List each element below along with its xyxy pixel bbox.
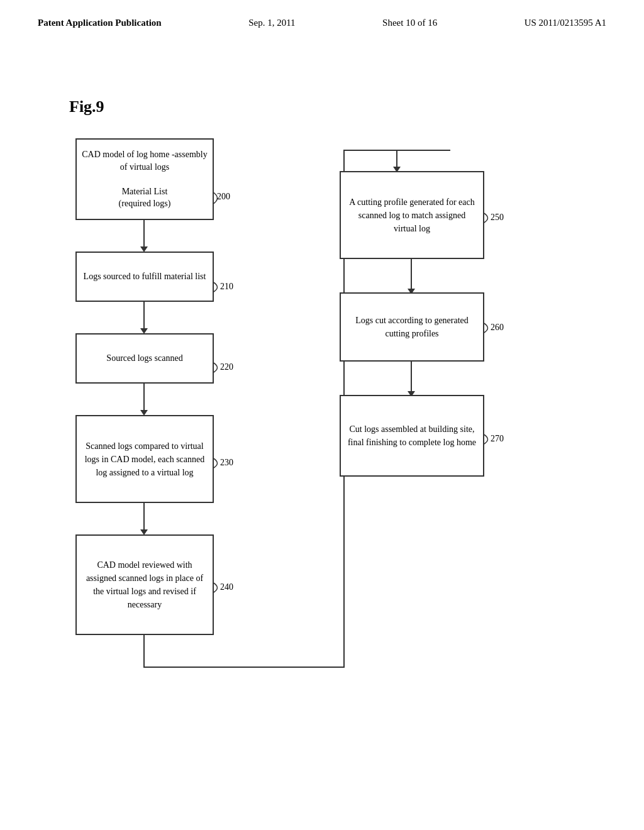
box-200: CAD model of log home -assembly of virtu… (75, 138, 214, 220)
figure-title: Fig.9 (69, 97, 104, 116)
diagram-area: CAD model of log home -assembly of virtu… (38, 126, 604, 805)
label-210: 210 (220, 282, 233, 292)
arrow-260-270 (411, 362, 412, 393)
arrow-top-250 (396, 150, 397, 169)
label-270: 270 (491, 434, 504, 444)
box-220: Sourced logs scanned (75, 333, 214, 384)
arrow-200-210 (143, 220, 145, 248)
box-230: Scanned logs compared to virtual logs in… (75, 415, 214, 503)
header-left: Patent Application Publication (38, 18, 162, 28)
label-240: 240 (220, 582, 233, 592)
box-250: A cutting profile generated for each sca… (340, 171, 484, 259)
page-header: Patent Application Publication Sep. 1, 2… (0, 0, 644, 35)
label-230: 230 (220, 458, 233, 468)
bracket-200 (213, 189, 225, 208)
header-sheet: Sheet 10 of 16 (382, 18, 437, 28)
box-260: Logs cut according to generated cutting … (340, 292, 484, 362)
header-patent: US 2011/0213595 A1 (525, 18, 606, 28)
connector-240-down (143, 635, 145, 667)
label-220: 220 (220, 362, 233, 372)
label-250: 250 (491, 213, 504, 223)
label-260: 260 (491, 323, 504, 333)
box-240: CAD model reviewed with assigned scanned… (75, 534, 214, 635)
box-210: Logs sourced to fulfill material list (75, 252, 214, 302)
header-date: Sep. 1, 2011 (248, 18, 295, 28)
arrow-250-260 (411, 259, 412, 290)
arrow-210-220 (143, 302, 145, 330)
arrow-220-230 (143, 384, 145, 412)
arrow-230-240 (143, 503, 145, 531)
box-270: Cut logs assembled at building site, fin… (340, 395, 484, 477)
connector-240-right (143, 667, 345, 668)
